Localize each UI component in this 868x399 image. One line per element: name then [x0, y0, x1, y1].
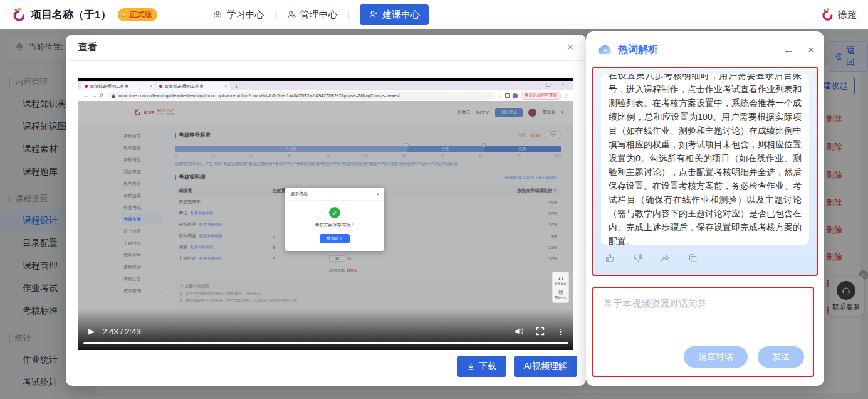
browser-reload-icon: ⟳	[100, 93, 104, 98]
browser-extension-icon	[505, 93, 510, 98]
volume-icon[interactable]	[514, 326, 524, 336]
nav-management-center[interactable]: 管理中心	[286, 9, 338, 21]
browser-tab: 雪琦娟老师的工作室 ×	[156, 82, 230, 90]
star-icon: ☆	[498, 93, 502, 98]
clear-chat-button[interactable]: 清空对话	[684, 346, 748, 368]
chat-input-area[interactable]: 基于本视频资源对话问答 清空对话 发送	[592, 287, 814, 377]
panel-title: 热词解析	[618, 43, 658, 56]
ai-video-understand-button[interactable]: AI视频理解	[514, 356, 577, 377]
lock-icon	[112, 93, 115, 98]
version-badge: 正式版	[118, 8, 157, 21]
video-time: 2:43 / 2:43	[102, 327, 140, 336]
view-modal: 查看 × 雪琦娟老师的工作室 × 雪琦娟老师的工作室	[66, 35, 586, 386]
favicon	[159, 85, 162, 88]
success-check-icon: ✓	[329, 207, 340, 218]
browser-forward-icon: →	[92, 93, 97, 98]
video-player[interactable]: 雪琦娟老师的工作室 × 雪琦娟老师的工作室 × + — ▢ × ←	[78, 78, 573, 350]
brand: 项目名称（于1） 正式版	[11, 7, 157, 22]
address-bar: mooc.icve.com.cn/learning/u/teacher/teac…	[107, 92, 495, 100]
send-button[interactable]: 发送	[758, 346, 804, 368]
more-options-icon[interactable]: ⋮	[557, 327, 565, 336]
project-title: 项目名称（于1）	[31, 8, 111, 22]
modal-header: 查看 ×	[66, 35, 586, 61]
browser-url-bar: ← → ⟳ mooc.icve.com.cn/learning/u/teache…	[78, 90, 573, 101]
download-button[interactable]: 下载	[457, 356, 506, 377]
user-logo-icon	[820, 8, 834, 21]
window-controls: — ▢ ×	[531, 82, 568, 87]
video-controls: ▶ 2:43 / 2:43 ⋮	[78, 309, 573, 350]
ai-message-text: 在设置第八步考核明细时，用户需要登录后台账号，进入课程制作，点击作业考试查看作业…	[609, 74, 802, 245]
chat-input-placeholder: 基于本视频资源对话问答	[604, 298, 803, 310]
modal-title: 查看	[78, 41, 97, 53]
medal-icon	[120, 11, 127, 18]
top-header: 项目名称（于1） 正式版 学习中心 | 管理中心 | 建课中心	[0, 0, 868, 29]
fullscreen-icon[interactable]	[535, 326, 545, 336]
in-video-success-dialog: 提示信息 × ✓ 考核方案保存成功！ 我知道了	[285, 188, 384, 251]
video-progress-bar[interactable]	[83, 342, 568, 344]
play-icon[interactable]: ▶	[88, 327, 94, 336]
ai-message-zone: 在设置第八步考核明细时，用户需要登录后台账号，进入课程制作，点击作业考试查看作业…	[592, 66, 818, 276]
primary-nav: 学习中心 | 管理中心 | 建课中心	[212, 4, 429, 25]
cloud-play-icon	[596, 41, 613, 58]
video-frame-browser: 雪琦娟老师的工作室 × 雪琦娟老师的工作室 × + — ▢ × ←	[78, 81, 573, 101]
panel-close-icon[interactable]: ×	[808, 44, 814, 56]
help-book-icon	[558, 289, 564, 295]
user-menu[interactable]: 徐超	[820, 8, 857, 21]
management-center-icon	[286, 9, 296, 19]
app-logo-icon	[11, 7, 26, 22]
headset-icon	[558, 275, 564, 282]
browser-back-icon: ←	[83, 93, 88, 98]
modal-close-icon[interactable]: ×	[567, 41, 573, 54]
dialog-close-icon: ×	[377, 192, 379, 196]
hotword-analysis-panel: 热词解析 ← × 在设置第八步考核明细时，用户需要登录后台账号，进入课程制作，点…	[586, 31, 824, 386]
ai-message-bubble: 在设置第八步考核明细时，用户需要登录后台账号，进入课程制作，点击作业考试查看作业…	[601, 74, 809, 245]
favicon	[85, 85, 88, 88]
copy-icon[interactable]	[688, 253, 698, 263]
thumbs-up-icon[interactable]	[605, 253, 615, 263]
in-video-float-widget: 联系客服 帮助中心	[552, 272, 569, 303]
learning-center-icon	[212, 9, 222, 19]
download-icon	[467, 363, 475, 371]
tab-close-icon: ×	[224, 84, 227, 88]
dialog-message: 考核方案保存成功！	[290, 222, 379, 228]
new-tab-icon: +	[235, 84, 238, 90]
thumbs-down-icon[interactable]	[632, 253, 643, 263]
tab-close-icon: ×	[150, 84, 152, 88]
dialog-ok-button: 我知道了	[320, 234, 350, 243]
nav-course-building-center[interactable]: 建课中心	[360, 4, 429, 25]
browser-tab: 雪琦娟老师的工作室 ×	[81, 82, 155, 90]
browser-update-pill: 重新启动即可更新	[521, 92, 561, 100]
app-root: 项目名称（于1） 正式版 学习中心 | 管理中心 | 建课中心	[0, 0, 868, 399]
video-player-wrap: 雪琦娟老师的工作室 × 雪琦娟老师的工作室 × + — ▢ × ←	[78, 78, 573, 350]
nav-divider: |	[274, 10, 276, 19]
browser-tab-bar: 雪琦娟老师的工作室 × 雪琦娟老师的工作室 × + — ▢ ×	[78, 81, 573, 90]
nav-divider: |	[348, 10, 350, 19]
browser-menu-icon: ⋮	[564, 93, 568, 98]
course-building-icon	[369, 9, 379, 19]
panel-back-icon[interactable]: ←	[783, 44, 794, 56]
share-icon[interactable]	[660, 253, 671, 263]
user-name: 徐超	[838, 9, 857, 21]
dialog-title: 提示信息	[290, 191, 308, 197]
nav-learning-center[interactable]: 学习中心	[212, 9, 264, 21]
browser-profile-avatar	[513, 93, 518, 98]
